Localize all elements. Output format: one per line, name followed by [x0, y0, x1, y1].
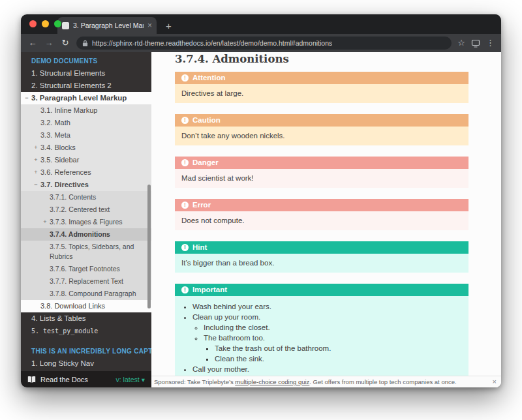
page-body: DEMO DOCUMENTS 1. Structural Elements 2.… [21, 52, 501, 387]
lock-icon [82, 40, 88, 47]
back-icon[interactable]: ← [27, 38, 38, 48]
minimize-window-button[interactable] [42, 20, 49, 27]
close-window-button[interactable] [29, 20, 37, 27]
admonition-title-text: Attention [192, 74, 225, 82]
collapse-icon[interactable]: − [33, 181, 39, 188]
list-item: Clean up your room. Including the closet… [192, 312, 462, 364]
exclamation-circle-icon: ! [181, 159, 189, 166]
sidebar-item-topics-sidebars-rubrics[interactable]: 3.7.5. Topics, Sidebars, and Rubrics [21, 241, 151, 263]
admonition-title-text: Danger [192, 158, 219, 167]
expand-icon[interactable]: + [33, 143, 39, 151]
ad-prefix: Sponsored: Take Triplebyte’s [154, 378, 235, 385]
sidebar-item-replacement-text[interactable]: 3.7.7. Replacement Text [21, 275, 151, 288]
tab-close-icon[interactable]: × [147, 22, 152, 29]
list-item-text: Clean up your room. [192, 313, 260, 321]
window-controls [29, 20, 61, 27]
admonition-title: ! Hint [175, 241, 468, 254]
collapse-icon[interactable]: − [23, 94, 30, 102]
screenshot-canvas: 3. Paragraph Level Markup — × + ← → ↻ ht… [0, 0, 522, 420]
important-list: Wash behind your ears. Clean up your roo… [181, 301, 462, 385]
exclamation-circle-icon: ! [181, 244, 189, 251]
url-text: https://sphinx-rtd-theme.readthedocs.io/… [92, 39, 332, 47]
admonition-attention: ! Attention Directives at large. [175, 72, 468, 103]
sidebar-item-structural-elements-2[interactable]: 2. Structural Elements 2 [21, 80, 151, 92]
expand-icon[interactable]: + [33, 156, 39, 164]
sidebar-item-label: 3.6. References [40, 168, 91, 176]
sidebar-item-directives[interactable]: − 3.7. Directives [21, 179, 151, 191]
sidebar-item-paragraph-level-markup[interactable]: − 3. Paragraph Level Markup [21, 92, 151, 104]
url-input[interactable]: https://sphinx-rtd-theme.readthedocs.io/… [76, 37, 452, 50]
sidebar: DEMO DOCUMENTS 1. Structural Elements 2.… [21, 52, 151, 387]
sidebar-item-references[interactable]: + 3.6. References [21, 166, 151, 179]
admonition-title: ! Attention [175, 72, 468, 84]
sidebar-item-images-figures[interactable]: + 3.7.3. Images & Figures [21, 216, 151, 228]
sidebar-item-centered-text[interactable]: 3.7.2. Centered text [21, 203, 151, 216]
sidebar-item-label: 3.7. Directives [40, 181, 89, 188]
admonition-body: Don’t take any wooden nickels. [175, 127, 468, 145]
admonition-body: It’s bigger than a bread box. [175, 254, 468, 273]
admonition-title-text: Hint [192, 243, 207, 252]
book-icon [27, 376, 36, 383]
caret-down-icon: ▾ [142, 376, 145, 383]
admonition-title-text: Important [192, 286, 227, 294]
list-item: Call your mother. [192, 364, 462, 374]
admonition-danger: ! Danger Mad scientist at work! [175, 157, 468, 188]
sidebar-item-blocks[interactable]: + 3.4. Blocks [21, 142, 151, 154]
rtd-version-footer[interactable]: Read the Docs v: latest ▾ [21, 371, 151, 387]
sidebar-item-long-sticky-nav[interactable]: 1. Long Sticky Nav [21, 357, 151, 370]
sidebar-item-target-footnotes[interactable]: 3.7.6. Target Footnotes [21, 263, 151, 275]
list-item-text: The bathroom too. [204, 334, 265, 342]
admonition-body: Wash behind your ears. Clean up your roo… [175, 296, 468, 387]
tab-favicon-icon [62, 22, 69, 29]
sidebar-item-test-py-module[interactable]: 5. test_py_module [21, 325, 151, 337]
version-label: v: latest [116, 376, 140, 383]
exclamation-circle-icon: ! [181, 286, 189, 293]
browser-tab-bar: 3. Paragraph Level Markup — × + [21, 14, 501, 34]
new-tab-button[interactable]: + [166, 21, 172, 31]
bookmark-star-icon[interactable]: ☆ [457, 38, 465, 48]
sidebar-item-math[interactable]: 3.2. Math [21, 117, 151, 129]
list-item: Clean the sink. [215, 353, 462, 364]
expand-icon[interactable]: + [33, 168, 39, 176]
zoom-window-button[interactable] [54, 20, 61, 27]
admonition-body: Directives at large. [175, 84, 468, 103]
sidebar-item-lists-tables[interactable]: 4. Lists & Tables [21, 312, 151, 325]
sidebar-item-meta[interactable]: 3.3. Meta [21, 129, 151, 142]
reload-icon[interactable]: ↻ [60, 38, 70, 48]
page-content: 3.7.4. Admonitions ! Attention Directive… [151, 52, 501, 387]
admonition-title-text: Error [192, 201, 211, 209]
expand-icon[interactable]: + [42, 218, 48, 226]
admonition-title: ! Caution [175, 114, 468, 127]
forward-icon[interactable]: → [44, 38, 54, 48]
browser-tab[interactable]: 3. Paragraph Level Markup — × [57, 17, 157, 34]
exclamation-circle-icon: ! [181, 117, 189, 124]
install-app-icon[interactable] [471, 39, 480, 48]
sidebar-item-compound-paragraph[interactable]: 3.7.8. Compound Paragraph [21, 288, 151, 300]
tab-title: 3. Paragraph Level Markup — [73, 22, 144, 29]
sidebar-item-label: 3. Paragraph Level Markup [31, 94, 127, 102]
exclamation-circle-icon: ! [181, 74, 189, 82]
ad-close-icon[interactable]: × [493, 378, 497, 385]
ad-link[interactable]: multiple-choice coding quiz [235, 378, 309, 385]
sidebar-item-admonitions-current[interactable]: 3.7.4. Admonitions [21, 228, 151, 241]
sidebar-item-structural-elements[interactable]: 1. Structural Elements [21, 67, 151, 80]
browser-menu-icon[interactable]: ⋮ [486, 38, 495, 48]
sidebar-item-sidebar[interactable]: + 3.5. Sidebar [21, 154, 151, 166]
sidebar-item-label: 3.5. Sidebar [40, 156, 79, 164]
admonition-body: Does not compute. [175, 211, 468, 230]
list-item: Including the closet. [204, 322, 462, 333]
version-switcher[interactable]: v: latest ▾ [116, 376, 145, 383]
list-item: Take the trash out of the bathroom. [215, 343, 462, 353]
sidebar-item-download-links[interactable]: 3.8. Download Links [21, 300, 151, 312]
admonition-caution: ! Caution Don’t take any wooden nickels. [175, 114, 468, 145]
browser-window: 3. Paragraph Level Markup — × + ← → ↻ ht… [21, 14, 501, 387]
admonition-error: ! Error Does not compute. [175, 199, 468, 230]
admonition-title: ! Error [175, 199, 468, 211]
sidebar-scrollbar[interactable] [147, 185, 151, 308]
sidebar-item-inline-markup[interactable]: 3.1. Inline Markup [21, 104, 151, 117]
sidebar-item-contents[interactable]: 3.7.1. Contents [21, 191, 151, 203]
exclamation-circle-icon: ! [181, 202, 189, 209]
ad-suffix: . Get offers from multiple top tech comp… [309, 378, 456, 385]
admonition-body: Mad scientist at work! [175, 169, 468, 188]
admonition-title: ! Danger [175, 157, 468, 169]
